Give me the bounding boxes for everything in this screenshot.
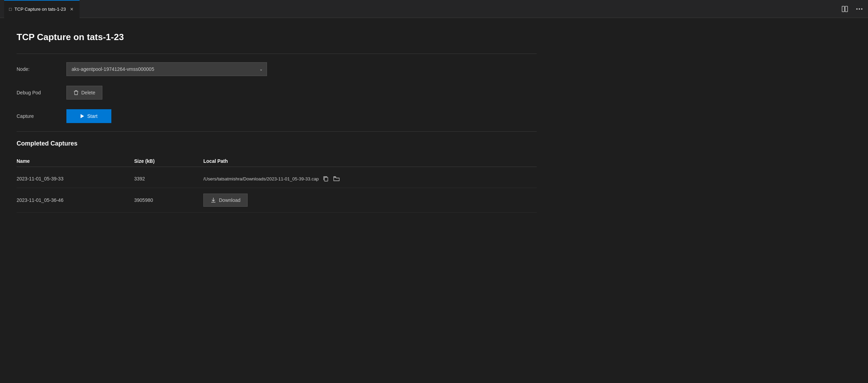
col-header-size: Size (kB) [134,158,203,164]
capture-name-2: 2023-11-01_05-36-46 [17,197,134,203]
svg-marker-5 [81,114,84,118]
tab-tcp-capture[interactable]: □ TCP Capture on tats-1-23 × [4,0,80,18]
top-divider [17,54,537,54]
col-header-name: Name [17,158,134,164]
node-label: Node: [17,66,58,72]
capture-row: Capture Start [17,109,537,123]
open-folder-button[interactable] [333,175,340,182]
tab-bar-right [840,4,864,13]
page-title: TCP Capture on tats-1-23 [17,32,537,43]
delete-button[interactable]: Delete [66,86,102,100]
folder-icon [333,176,340,181]
tab-bar: □ TCP Capture on tats-1-23 × [0,0,868,18]
capture-label: Capture [17,113,58,119]
svg-rect-1 [845,6,848,12]
tab-label: TCP Capture on tats-1-23 [15,7,66,12]
copy-icon [323,176,329,181]
captures-section: Completed Captures Name Size (kB) Local … [17,140,537,213]
capture-path-cell-2: Download [203,194,537,207]
node-select[interactable]: aks-agentpool-19741264-vmss000005 [66,62,267,76]
node-row: Node: aks-agentpool-19741264-vmss000005 … [17,62,537,76]
capture-name-1: 2023-11-01_05-39-33 [17,176,134,181]
split-editor-button[interactable] [840,4,849,13]
svg-rect-6 [324,177,328,181]
more-options-button[interactable] [855,7,864,11]
download-button[interactable]: Download [203,194,248,207]
capture-size-2: 3905980 [134,197,203,203]
download-icon [211,197,216,203]
tab-bar-left: □ TCP Capture on tats-1-23 × [4,0,80,18]
main-content: TCP Capture on tats-1-23 Node: aks-agent… [0,18,553,226]
svg-point-2 [856,8,858,10]
tab-close-button[interactable]: × [68,6,75,12]
bottom-divider [17,131,537,132]
svg-rect-0 [842,6,844,12]
node-select-wrapper: aks-agentpool-19741264-vmss000005 ⌄ [66,62,267,76]
capture-path-1: /Users/tatsatmishra/Downloads/2023-11-01… [203,176,319,181]
form-section: Node: aks-agentpool-19741264-vmss000005 … [17,62,537,123]
trash-icon [74,90,79,95]
col-header-path: Local Path [203,158,537,164]
copy-path-button[interactable] [322,175,329,182]
download-button-label: Download [219,197,240,203]
svg-point-3 [859,8,860,10]
start-button-label: Start [87,113,98,119]
section-title: Completed Captures [17,140,537,147]
table-header: Name Size (kB) Local Path [17,156,537,167]
capture-size-1: 3392 [134,176,203,181]
start-button[interactable]: Start [66,109,111,123]
delete-button-label: Delete [81,90,95,95]
play-icon [80,114,84,119]
table-row: 2023-11-01_05-39-33 3392 /Users/tatsatmi… [17,170,537,188]
file-icon: □ [9,7,12,12]
debug-pod-row: Debug Pod Delete [17,86,537,100]
debug-pod-label: Debug Pod [17,90,58,95]
table-row: 2023-11-01_05-36-46 3905980 Download [17,188,537,213]
capture-path-cell-1: /Users/tatsatmishra/Downloads/2023-11-01… [203,175,537,182]
svg-point-4 [861,8,862,10]
